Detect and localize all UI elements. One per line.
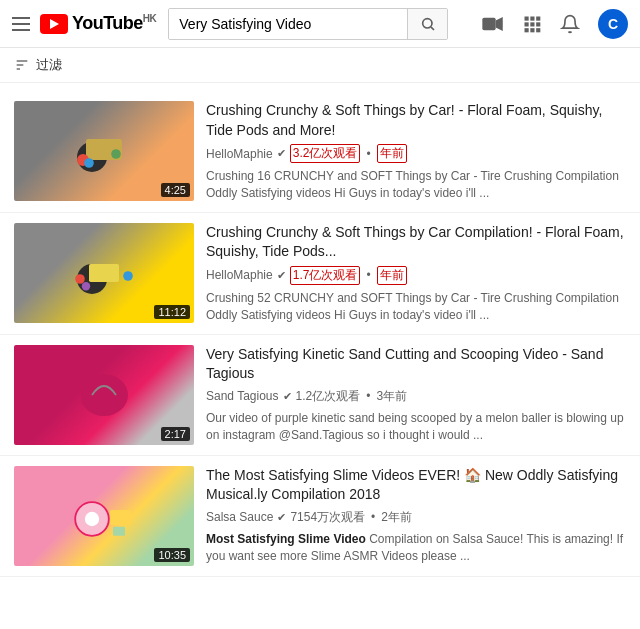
search-button[interactable] [407,8,447,40]
search-icon [420,16,436,32]
svg-rect-7 [525,22,529,26]
svg-point-18 [111,149,121,159]
svg-point-0 [422,18,431,27]
logo-text: YouTubeHK [72,13,156,34]
svg-point-29 [85,511,99,525]
verified-icon-2: ✔ [277,269,286,282]
svg-point-20 [84,158,94,168]
channel-name-3[interactable]: Sand Tagious [206,389,279,403]
search-input[interactable] [169,9,407,39]
filter-bar: 过滤 [0,48,640,83]
video-title-3[interactable]: Very Satisfying Kinetic Sand Cutting and… [206,345,626,384]
list-item: 2:17 Very Satisfying Kinetic Sand Cuttin… [0,335,640,456]
svg-rect-8 [530,22,534,26]
views-3: 1.2亿次观看 [296,388,361,405]
apps-button[interactable] [522,14,542,34]
svg-marker-3 [496,16,503,30]
video-info-3: Very Satisfying Kinetic Sand Cutting and… [206,345,626,445]
svg-rect-2 [482,17,495,29]
thumb-visual-4 [74,486,134,546]
list-item: 10:35 The Most Satisfying Slime Videos E… [0,456,640,577]
menu-button[interactable] [12,17,30,31]
apps-icon [522,14,542,34]
duration-badge-4: 10:35 [154,548,190,562]
notifications-button[interactable] [560,14,580,34]
header-right: C [482,9,628,39]
channel-row-1: HelloMaphie ✔ 3.2亿次观看 • 年前 [206,144,626,163]
channel-row-3: Sand Tagious ✔ 1.2亿次观看 • 3年前 [206,388,626,405]
time-3: 3年前 [376,388,407,405]
thumbnail-2[interactable]: 11:12 [14,223,194,323]
video-info-4: The Most Satisfying Slime Videos EVER! 🏠… [206,466,626,566]
thumbnail-1[interactable]: 4:25 [14,101,194,201]
video-title-1[interactable]: Crushing Crunchy & Soft Things by Car! -… [206,101,626,140]
time-badge-2: 年前 [377,266,407,285]
verified-icon-4: ✔ [277,511,286,524]
header-left: YouTubeHK [12,13,156,34]
time-4: 2年前 [381,509,412,526]
list-item: 4:25 Crushing Crunchy & Soft Things by C… [0,91,640,213]
channel-row-2: HelloMaphie ✔ 1.7亿次观看 • 年前 [206,266,626,285]
video-desc-2: Crushing 52 CRUNCHY and SOFT Things by C… [206,290,626,324]
svg-rect-22 [89,264,119,282]
thumb-visual-2 [74,243,134,303]
verified-icon-3: ✔ [283,390,292,403]
video-info-2: Crushing Crunchy & Soft Things by Car Co… [206,223,626,324]
thumbnail-3[interactable]: 2:17 [14,345,194,445]
video-title-2[interactable]: Crushing Crunchy & Soft Things by Car Co… [206,223,626,262]
list-item: 11:12 Crushing Crunchy & Soft Things by … [0,213,640,335]
svg-rect-12 [536,28,540,32]
duration-badge-3: 2:17 [161,427,190,441]
upload-video-button[interactable] [482,16,504,32]
svg-rect-10 [525,28,529,32]
svg-rect-6 [536,16,540,20]
channel-name-2[interactable]: HelloMaphie [206,268,273,282]
svg-line-1 [431,27,434,30]
channel-name-4[interactable]: Salsa Sauce [206,510,273,524]
search-bar [168,8,448,40]
svg-rect-9 [536,22,540,26]
avatar[interactable]: C [598,9,628,39]
svg-rect-30 [110,510,131,525]
thumbnail-4[interactable]: 10:35 [14,466,194,566]
duration-badge-2: 11:12 [154,305,190,319]
video-list: 4:25 Crushing Crunchy & Soft Things by C… [0,83,640,585]
youtube-logo-icon [40,14,68,34]
thumb-visual-1 [74,121,134,181]
video-desc-3: Our video of purple kinetic sand being s… [206,410,626,444]
duration-badge-1: 4:25 [161,183,190,197]
channel-name-1[interactable]: HelloMaphie [206,147,273,161]
svg-rect-4 [525,16,529,20]
verified-icon-1: ✔ [277,147,286,160]
bell-icon [560,14,580,34]
thumb-visual-3 [74,365,134,425]
svg-point-25 [82,282,90,290]
video-info-1: Crushing Crunchy & Soft Things by Car! -… [206,101,626,202]
svg-rect-11 [530,28,534,32]
filter-label: 过滤 [36,56,62,74]
views-4: 7154万次观看 [290,509,365,526]
video-camera-icon [482,16,504,32]
views-badge-1: 3.2亿次观看 [290,144,361,163]
filter-icon [14,57,30,73]
svg-point-24 [123,271,133,281]
svg-point-23 [75,274,85,284]
video-desc-1: Crushing 16 CRUNCHY and SOFT Things by C… [206,168,626,202]
svg-point-27 [80,374,128,416]
svg-rect-5 [530,16,534,20]
views-badge-2: 1.7亿次观看 [290,266,361,285]
video-title-4[interactable]: The Most Satisfying Slime Videos EVER! 🏠… [206,466,626,505]
header: YouTubeHK C [0,0,640,48]
time-badge-1: 年前 [377,144,407,163]
channel-row-4: Salsa Sauce ✔ 7154万次观看 • 2年前 [206,509,626,526]
logo[interactable]: YouTubeHK [40,13,156,34]
svg-rect-31 [113,526,125,535]
video-desc-4: Most Satisfying Slime Video Compilation … [206,531,626,565]
